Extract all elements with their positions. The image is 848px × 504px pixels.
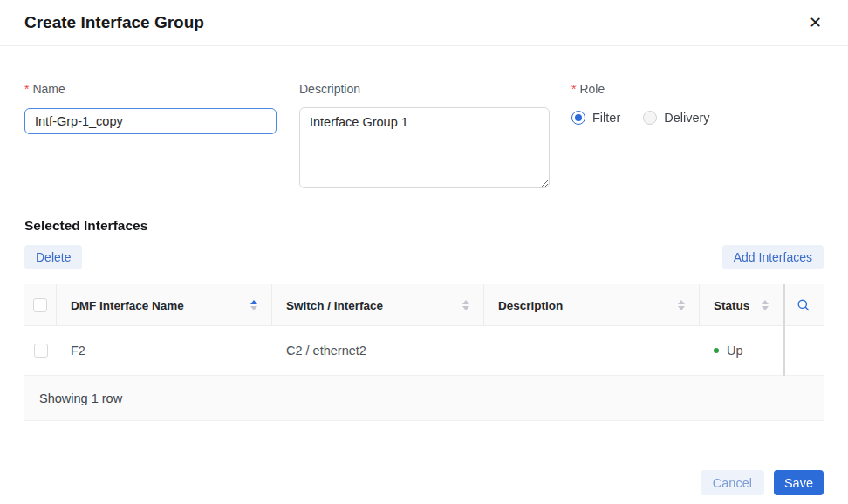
row-checkbox[interactable] [34,344,48,358]
radio-delivery-label: Delivery [664,111,709,125]
required-asterisk: * [571,82,576,96]
sort-descending-icon[interactable] [762,306,769,310]
sort-icons[interactable] [678,300,685,310]
form-row: *Name Description Interface Group 1 *Rol… [24,81,824,192]
name-label-text: Name [32,82,65,96]
sort-descending-icon[interactable] [462,306,469,310]
modal-body: *Name Description Interface Group 1 *Rol… [0,81,848,495]
table-header-row: DMF Interface Name Switch / Interface De… [24,284,824,326]
sort-ascending-icon[interactable] [250,300,257,304]
fixed-column-divider [783,284,785,376]
cancel-button[interactable]: Cancel [701,470,764,495]
radio-option-filter[interactable]: Filter [571,111,620,125]
role-label: *Role [571,81,824,97]
interfaces-table: DMF Interface Name Switch / Interface De… [24,284,824,421]
table-toolbar: Delete Add Interfaces [24,245,824,269]
modal-header: Create Interface Group ✕ [0,0,848,46]
column-header-switch-interface[interactable]: Switch / Interface [272,284,484,326]
page-title: Create Interface Group [24,13,204,32]
status-badge: Up [727,344,743,358]
sort-ascending-icon[interactable] [462,300,469,304]
radio-filter-label: Filter [592,111,620,125]
column-label: Switch / Interface [286,299,383,312]
column-header-dmf-interface-name[interactable]: DMF Interface Name [57,284,272,326]
sort-icons[interactable] [250,300,257,310]
select-all-cell [24,284,57,326]
save-button[interactable]: Save [774,470,824,495]
close-icon[interactable]: ✕ [809,15,822,31]
row-checkbox-cell [24,326,57,376]
cell-dmf-interface-name: F2 [57,326,272,376]
table-search-cell [783,284,824,326]
table-footer: Showing 1 row [24,376,824,421]
selected-interfaces-heading: Selected Interfaces [24,218,824,234]
name-field-group: *Name [24,81,277,192]
select-all-checkbox[interactable] [33,298,47,312]
sort-icons[interactable] [462,300,469,310]
status-up-dot-icon [714,348,719,353]
column-label: DMF Interface Name [71,299,184,312]
description-label: Description [299,81,550,97]
column-label: Status [714,299,749,312]
name-label: *Name [24,81,277,97]
column-header-description[interactable]: Description [484,284,700,326]
search-icon[interactable] [797,298,810,312]
description-field-group: Description Interface Group 1 [299,81,550,192]
role-radio-group: Filter Delivery [571,111,824,125]
delete-button[interactable]: Delete [24,245,82,269]
modal-actions: Cancel Save [24,470,824,495]
column-label: Description [498,299,563,312]
cell-description [484,326,700,376]
table-row[interactable]: F2 C2 / ethernet2 Up [24,326,824,376]
role-label-text: Role [579,82,605,96]
required-asterisk: * [24,82,29,96]
radio-filter-icon[interactable] [571,111,585,125]
add-interfaces-button[interactable]: Add Interfaces [722,245,824,269]
sort-ascending-icon[interactable] [762,300,769,304]
create-interface-group-modal: Create Interface Group ✕ *Name Descripti… [0,0,848,504]
radio-option-delivery[interactable]: Delivery [643,111,709,125]
description-textarea[interactable]: Interface Group 1 [299,107,550,188]
sort-icons[interactable] [762,300,769,310]
sort-ascending-icon[interactable] [678,300,685,304]
row-count-text: Showing 1 row [39,392,122,405]
role-field-group: *Role Filter Delivery [571,81,824,192]
column-header-status[interactable]: Status [700,284,783,326]
sort-descending-icon[interactable] [250,306,257,310]
cell-switch-interface: C2 / ethernet2 [272,326,484,376]
cell-status: Up [700,326,783,376]
cell-search-spacer [783,326,824,376]
sort-descending-icon[interactable] [678,306,685,310]
radio-delivery-icon[interactable] [643,111,657,125]
name-input[interactable] [24,108,277,134]
